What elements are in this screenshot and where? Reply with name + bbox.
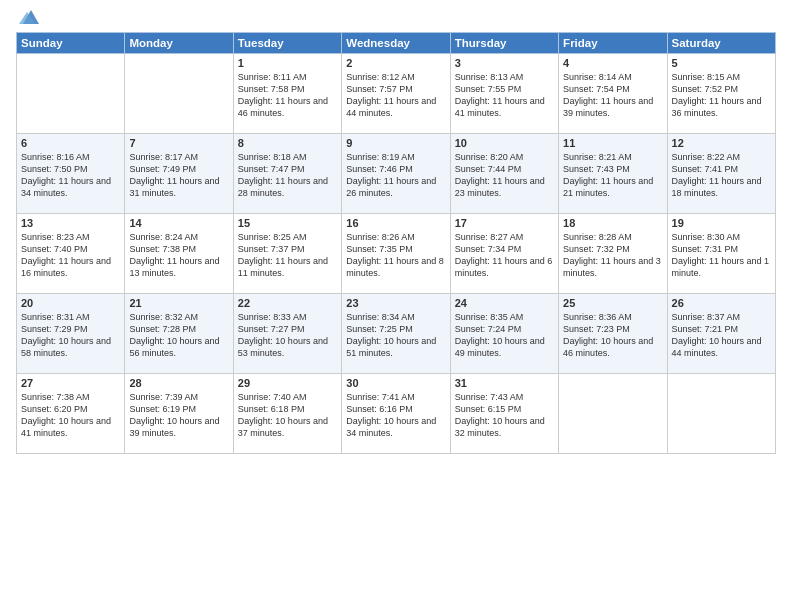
day-cell: 27Sunrise: 7:38 AM Sunset: 6:20 PM Dayli… (17, 374, 125, 454)
day-info: Sunrise: 7:41 AM Sunset: 6:16 PM Dayligh… (346, 391, 445, 440)
day-cell: 15Sunrise: 8:25 AM Sunset: 7:37 PM Dayli… (233, 214, 341, 294)
day-number: 13 (21, 217, 120, 229)
day-number: 30 (346, 377, 445, 389)
week-row-1: 6Sunrise: 8:16 AM Sunset: 7:50 PM Daylig… (17, 134, 776, 214)
day-number: 11 (563, 137, 662, 149)
day-number: 10 (455, 137, 554, 149)
day-info: Sunrise: 8:26 AM Sunset: 7:35 PM Dayligh… (346, 231, 445, 280)
week-row-4: 27Sunrise: 7:38 AM Sunset: 6:20 PM Dayli… (17, 374, 776, 454)
day-number: 23 (346, 297, 445, 309)
day-number: 31 (455, 377, 554, 389)
day-number: 1 (238, 57, 337, 69)
page: SundayMondayTuesdayWednesdayThursdayFrid… (0, 0, 792, 612)
day-info: Sunrise: 8:12 AM Sunset: 7:57 PM Dayligh… (346, 71, 445, 120)
day-number: 20 (21, 297, 120, 309)
day-cell: 23Sunrise: 8:34 AM Sunset: 7:25 PM Dayli… (342, 294, 450, 374)
logo-icon (19, 8, 41, 26)
day-number: 16 (346, 217, 445, 229)
day-info: Sunrise: 8:32 AM Sunset: 7:28 PM Dayligh… (129, 311, 228, 360)
day-cell: 7Sunrise: 8:17 AM Sunset: 7:49 PM Daylig… (125, 134, 233, 214)
calendar-table: SundayMondayTuesdayWednesdayThursdayFrid… (16, 32, 776, 454)
day-info: Sunrise: 8:28 AM Sunset: 7:32 PM Dayligh… (563, 231, 662, 280)
col-header-monday: Monday (125, 33, 233, 54)
day-cell: 5Sunrise: 8:15 AM Sunset: 7:52 PM Daylig… (667, 54, 775, 134)
day-cell: 22Sunrise: 8:33 AM Sunset: 7:27 PM Dayli… (233, 294, 341, 374)
day-cell: 11Sunrise: 8:21 AM Sunset: 7:43 PM Dayli… (559, 134, 667, 214)
day-info: Sunrise: 8:30 AM Sunset: 7:31 PM Dayligh… (672, 231, 771, 280)
day-number: 19 (672, 217, 771, 229)
day-cell: 25Sunrise: 8:36 AM Sunset: 7:23 PM Dayli… (559, 294, 667, 374)
day-info: Sunrise: 8:31 AM Sunset: 7:29 PM Dayligh… (21, 311, 120, 360)
day-cell: 18Sunrise: 8:28 AM Sunset: 7:32 PM Dayli… (559, 214, 667, 294)
col-header-thursday: Thursday (450, 33, 558, 54)
day-cell: 29Sunrise: 7:40 AM Sunset: 6:18 PM Dayli… (233, 374, 341, 454)
col-header-friday: Friday (559, 33, 667, 54)
day-info: Sunrise: 8:20 AM Sunset: 7:44 PM Dayligh… (455, 151, 554, 200)
day-cell: 28Sunrise: 7:39 AM Sunset: 6:19 PM Dayli… (125, 374, 233, 454)
day-cell (125, 54, 233, 134)
day-cell: 30Sunrise: 7:41 AM Sunset: 6:16 PM Dayli… (342, 374, 450, 454)
col-header-saturday: Saturday (667, 33, 775, 54)
logo (16, 10, 41, 26)
day-info: Sunrise: 8:27 AM Sunset: 7:34 PM Dayligh… (455, 231, 554, 280)
day-number: 2 (346, 57, 445, 69)
day-cell: 3Sunrise: 8:13 AM Sunset: 7:55 PM Daylig… (450, 54, 558, 134)
day-number: 21 (129, 297, 228, 309)
week-row-2: 13Sunrise: 8:23 AM Sunset: 7:40 PM Dayli… (17, 214, 776, 294)
day-info: Sunrise: 8:24 AM Sunset: 7:38 PM Dayligh… (129, 231, 228, 280)
day-cell (667, 374, 775, 454)
day-number: 4 (563, 57, 662, 69)
day-info: Sunrise: 7:43 AM Sunset: 6:15 PM Dayligh… (455, 391, 554, 440)
day-number: 15 (238, 217, 337, 229)
day-info: Sunrise: 8:22 AM Sunset: 7:41 PM Dayligh… (672, 151, 771, 200)
day-info: Sunrise: 8:36 AM Sunset: 7:23 PM Dayligh… (563, 311, 662, 360)
day-cell: 12Sunrise: 8:22 AM Sunset: 7:41 PM Dayli… (667, 134, 775, 214)
day-number: 18 (563, 217, 662, 229)
col-header-wednesday: Wednesday (342, 33, 450, 54)
day-info: Sunrise: 8:11 AM Sunset: 7:58 PM Dayligh… (238, 71, 337, 120)
day-cell: 20Sunrise: 8:31 AM Sunset: 7:29 PM Dayli… (17, 294, 125, 374)
header (16, 10, 776, 26)
day-cell: 2Sunrise: 8:12 AM Sunset: 7:57 PM Daylig… (342, 54, 450, 134)
day-number: 6 (21, 137, 120, 149)
day-number: 29 (238, 377, 337, 389)
week-row-3: 20Sunrise: 8:31 AM Sunset: 7:29 PM Dayli… (17, 294, 776, 374)
day-cell: 24Sunrise: 8:35 AM Sunset: 7:24 PM Dayli… (450, 294, 558, 374)
day-number: 26 (672, 297, 771, 309)
day-cell: 9Sunrise: 8:19 AM Sunset: 7:46 PM Daylig… (342, 134, 450, 214)
day-info: Sunrise: 8:17 AM Sunset: 7:49 PM Dayligh… (129, 151, 228, 200)
day-info: Sunrise: 8:16 AM Sunset: 7:50 PM Dayligh… (21, 151, 120, 200)
week-row-0: 1Sunrise: 8:11 AM Sunset: 7:58 PM Daylig… (17, 54, 776, 134)
day-number: 25 (563, 297, 662, 309)
day-info: Sunrise: 7:39 AM Sunset: 6:19 PM Dayligh… (129, 391, 228, 440)
day-number: 9 (346, 137, 445, 149)
day-number: 17 (455, 217, 554, 229)
day-cell: 26Sunrise: 8:37 AM Sunset: 7:21 PM Dayli… (667, 294, 775, 374)
day-number: 7 (129, 137, 228, 149)
day-info: Sunrise: 8:25 AM Sunset: 7:37 PM Dayligh… (238, 231, 337, 280)
col-header-sunday: Sunday (17, 33, 125, 54)
day-number: 27 (21, 377, 120, 389)
day-info: Sunrise: 8:21 AM Sunset: 7:43 PM Dayligh… (563, 151, 662, 200)
day-info: Sunrise: 7:38 AM Sunset: 6:20 PM Dayligh… (21, 391, 120, 440)
day-info: Sunrise: 7:40 AM Sunset: 6:18 PM Dayligh… (238, 391, 337, 440)
day-cell: 16Sunrise: 8:26 AM Sunset: 7:35 PM Dayli… (342, 214, 450, 294)
day-number: 12 (672, 137, 771, 149)
day-info: Sunrise: 8:34 AM Sunset: 7:25 PM Dayligh… (346, 311, 445, 360)
day-info: Sunrise: 8:35 AM Sunset: 7:24 PM Dayligh… (455, 311, 554, 360)
day-cell: 8Sunrise: 8:18 AM Sunset: 7:47 PM Daylig… (233, 134, 341, 214)
day-info: Sunrise: 8:23 AM Sunset: 7:40 PM Dayligh… (21, 231, 120, 280)
day-info: Sunrise: 8:19 AM Sunset: 7:46 PM Dayligh… (346, 151, 445, 200)
day-cell (559, 374, 667, 454)
day-info: Sunrise: 8:15 AM Sunset: 7:52 PM Dayligh… (672, 71, 771, 120)
day-number: 28 (129, 377, 228, 389)
day-cell: 10Sunrise: 8:20 AM Sunset: 7:44 PM Dayli… (450, 134, 558, 214)
day-cell: 31Sunrise: 7:43 AM Sunset: 6:15 PM Dayli… (450, 374, 558, 454)
day-number: 14 (129, 217, 228, 229)
day-info: Sunrise: 8:33 AM Sunset: 7:27 PM Dayligh… (238, 311, 337, 360)
day-cell: 17Sunrise: 8:27 AM Sunset: 7:34 PM Dayli… (450, 214, 558, 294)
day-cell: 4Sunrise: 8:14 AM Sunset: 7:54 PM Daylig… (559, 54, 667, 134)
col-header-tuesday: Tuesday (233, 33, 341, 54)
day-cell: 14Sunrise: 8:24 AM Sunset: 7:38 PM Dayli… (125, 214, 233, 294)
day-info: Sunrise: 8:14 AM Sunset: 7:54 PM Dayligh… (563, 71, 662, 120)
